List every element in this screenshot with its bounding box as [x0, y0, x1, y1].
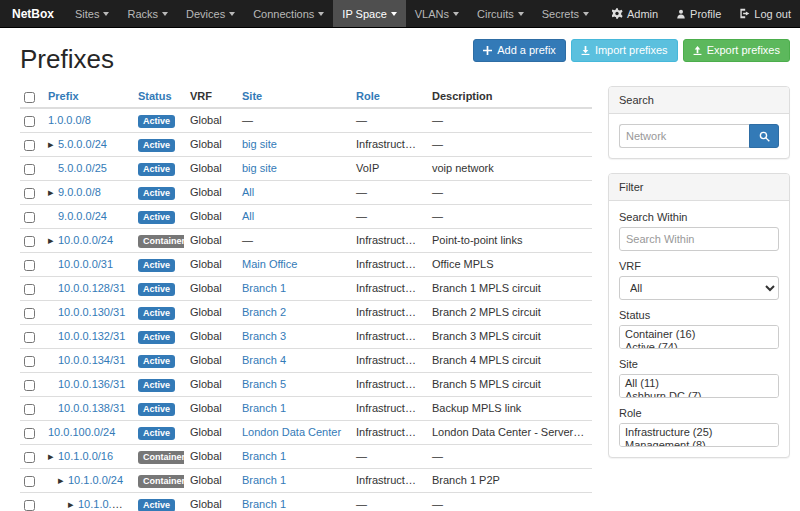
- select-all-checkbox[interactable]: [24, 92, 35, 103]
- logout-link[interactable]: Log out: [730, 0, 800, 27]
- site-link[interactable]: Branch 4: [242, 354, 286, 366]
- site-link[interactable]: London Data Center: [242, 426, 341, 438]
- table-row: 10.0.0.0/31ActiveGlobalMain OfficeInfras…: [20, 252, 592, 276]
- prefix-link[interactable]: 5.0.0.0/24: [58, 138, 107, 150]
- caret-down-icon: [518, 12, 524, 16]
- column-header-role[interactable]: Role: [356, 90, 380, 102]
- filter-option[interactable]: Management (8): [622, 439, 776, 447]
- profile-link[interactable]: Profile: [667, 0, 730, 27]
- search-button[interactable]: [749, 124, 779, 148]
- nav-item-racks[interactable]: Racks: [118, 0, 177, 27]
- site-link[interactable]: Branch 1: [242, 498, 286, 510]
- row-checkbox[interactable]: [24, 380, 35, 391]
- row-checkbox[interactable]: [24, 284, 35, 295]
- nav-item-circuits[interactable]: Circuits: [468, 0, 533, 27]
- row-checkbox[interactable]: [24, 188, 35, 199]
- nav-item-sites[interactable]: Sites: [66, 0, 118, 27]
- caret-down-icon: [391, 12, 397, 16]
- row-checkbox[interactable]: [24, 116, 35, 127]
- brand-link[interactable]: NetBox: [0, 0, 66, 27]
- row-checkbox[interactable]: [24, 260, 35, 271]
- prefix-link[interactable]: 10.0.100.0/24: [48, 426, 115, 438]
- row-checkbox[interactable]: [24, 476, 35, 487]
- row-checkbox[interactable]: [24, 236, 35, 247]
- prefix-link[interactable]: 5.0.0.0/25: [58, 162, 107, 174]
- row-checkbox[interactable]: [24, 356, 35, 367]
- filter-option[interactable]: Infrastructure (25): [622, 426, 776, 439]
- add-prefix-label: Add a prefix: [497, 44, 556, 57]
- filter-option[interactable]: Active (74): [622, 341, 776, 349]
- column-header-prefix[interactable]: Prefix: [48, 90, 79, 102]
- search-input[interactable]: [619, 124, 749, 148]
- site-link[interactable]: big site: [242, 138, 277, 150]
- site-link[interactable]: All: [242, 210, 254, 222]
- site-link[interactable]: Branch 2: [242, 306, 286, 318]
- row-checkbox[interactable]: [24, 212, 35, 223]
- expand-arrow-icon: [48, 185, 58, 199]
- description-value: —: [426, 180, 592, 204]
- nav-item-secrets[interactable]: Secrets: [533, 0, 598, 27]
- site-link[interactable]: Branch 3: [242, 330, 286, 342]
- role-value: Infrastructure: [350, 324, 426, 348]
- prefix-link[interactable]: 10.0.0.0/24: [58, 234, 113, 246]
- nav-item-ip-space[interactable]: IP Space: [333, 0, 405, 27]
- prefix-link[interactable]: 10.1.0.0/16: [58, 450, 113, 462]
- site-filter-select[interactable]: All (11)Ashburn DC (7)big site (2)Branch…: [619, 374, 779, 398]
- add-prefix-button[interactable]: Add a prefix: [473, 39, 566, 62]
- prefix-link[interactable]: 10.0.0.128/31: [58, 282, 125, 294]
- prefix-link[interactable]: 10.1.0.0/24: [68, 474, 123, 486]
- export-prefixes-button[interactable]: Export prefixes: [683, 39, 790, 62]
- description-value: Point-to-point links: [426, 228, 592, 252]
- admin-link[interactable]: Admin: [603, 0, 667, 27]
- site-link[interactable]: Branch 1: [242, 474, 286, 486]
- prefix-link[interactable]: 10.1.0.0/25: [78, 498, 132, 510]
- site-link[interactable]: Branch 5: [242, 378, 286, 390]
- nav-item-connections[interactable]: Connections: [244, 0, 333, 27]
- row-checkbox[interactable]: [24, 500, 35, 511]
- vrf-value: Global: [184, 420, 236, 444]
- nav-item-devices[interactable]: Devices: [177, 0, 244, 27]
- filter-option[interactable]: Ashburn DC (7): [622, 390, 776, 398]
- column-header-site[interactable]: Site: [242, 90, 262, 102]
- filter-option[interactable]: Container (16): [622, 328, 776, 341]
- row-checkbox[interactable]: [24, 140, 35, 151]
- prefix-link[interactable]: 10.0.0.134/31: [58, 354, 125, 366]
- site-link[interactable]: Branch 1: [242, 402, 286, 414]
- prefix-link[interactable]: 10.0.0.0/31: [58, 258, 113, 270]
- row-checkbox[interactable]: [24, 164, 35, 175]
- nav-item-label: Secrets: [542, 8, 579, 20]
- table-row: 9.0.0.0/8ActiveGlobalAll——: [20, 180, 592, 204]
- prefix-link[interactable]: 10.0.0.130/31: [58, 306, 125, 318]
- row-checkbox[interactable]: [24, 452, 35, 463]
- vrf-value: Global: [184, 228, 236, 252]
- role-filter-label: Role: [619, 407, 779, 419]
- site-link[interactable]: All: [242, 186, 254, 198]
- row-checkbox[interactable]: [24, 428, 35, 439]
- site-link[interactable]: Branch 1: [242, 450, 286, 462]
- site-link[interactable]: Main Office: [242, 258, 297, 270]
- search-panel: Search: [608, 86, 790, 159]
- row-checkbox[interactable]: [24, 404, 35, 415]
- prefix-link[interactable]: 10.0.0.136/31: [58, 378, 125, 390]
- row-checkbox[interactable]: [24, 332, 35, 343]
- nav-item-vlans[interactable]: VLANs: [406, 0, 468, 27]
- prefix-link[interactable]: 9.0.0.0/24: [58, 210, 107, 222]
- status-filter-select[interactable]: Container (16)Active (74)Reserved (4)Dep…: [619, 325, 779, 349]
- nav-item-label: Sites: [75, 8, 99, 20]
- role-filter-select[interactable]: Infrastructure (25)Management (8)Private…: [619, 423, 779, 447]
- prefix-link[interactable]: 9.0.0.0/8: [58, 186, 101, 198]
- prefix-link[interactable]: 1.0.0.0/8: [48, 114, 91, 126]
- description-value: Branch 3 MPLS circuit: [426, 324, 592, 348]
- site-link[interactable]: Branch 1: [242, 282, 286, 294]
- site-link[interactable]: big site: [242, 162, 277, 174]
- prefix-link[interactable]: 10.0.0.138/31: [58, 402, 125, 414]
- filter-option[interactable]: All (11): [622, 377, 776, 390]
- prefix-link[interactable]: 10.0.0.132/31: [58, 330, 125, 342]
- import-prefixes-button[interactable]: Import prefixes: [571, 39, 678, 62]
- role-value: —: [350, 492, 426, 511]
- column-header-status[interactable]: Status: [138, 90, 172, 102]
- row-checkbox[interactable]: [24, 308, 35, 319]
- search-within-input[interactable]: [619, 227, 779, 251]
- vrf-filter-select[interactable]: All: [619, 276, 779, 300]
- main-menu: Sites Racks Devices Connections IP Space…: [66, 0, 598, 27]
